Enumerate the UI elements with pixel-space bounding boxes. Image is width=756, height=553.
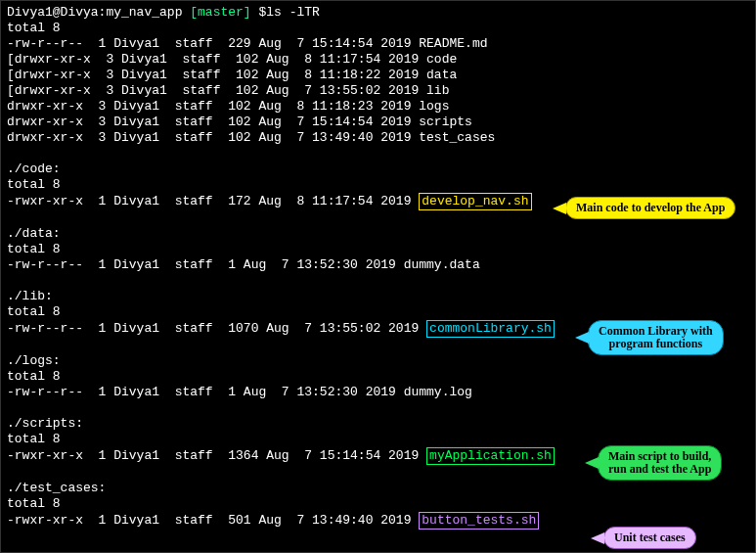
prompt-command: $ls -lTR — [258, 5, 319, 20]
callout-main-code: Main code to develop the App — [565, 197, 735, 219]
root-row: drwxr-xr-x 3 Divya1 staff 102 Aug 7 15:1… — [7, 115, 749, 130]
dir-path: ./test_cases: — [7, 481, 749, 496]
dir-total: total 8 — [7, 496, 749, 512]
dir-path: ./logs: — [7, 353, 749, 369]
highlight-common-library: commonLibrary.sh — [426, 320, 555, 338]
root-row: -rw-r--r-- 1 Divya1 staff 229 Aug 7 15:1… — [7, 36, 749, 52]
file-meta: -rwxr-xr-x 1 Divya1 staff 1364 Aug 7 15:… — [7, 448, 426, 463]
dir-total: total 8 — [7, 242, 749, 257]
highlight-button-tests: button_tests.sh — [419, 512, 539, 530]
highlight-develop-nav: develop_nav.sh — [419, 193, 531, 210]
dir-row: -rw-r--r-- 1 Divya1 staff 1 Aug 7 13:52:… — [7, 385, 749, 400]
dir-path: ./data: — [7, 226, 749, 242]
root-total: total 8 — [7, 21, 749, 36]
prompt-branch: [master] — [190, 5, 250, 20]
prompt-line: Divya1@Divya:my_nav_app [master] $ls -lT… — [7, 5, 749, 21]
prompt-user: Divya1@Divya:my_nav_app — [7, 5, 182, 20]
file-meta: -rwxr-xr-x 1 Divya1 staff 172 Aug 8 11:1… — [7, 194, 419, 208]
callout-main-script: Main script to build,run and test the Ap… — [598, 445, 722, 481]
dir-path: ./lib: — [7, 289, 749, 304]
dir-total: total 8 — [7, 177, 749, 193]
root-row: [drwxr-xr-x 3 Divya1 staff 102 Aug 8 11:… — [7, 68, 749, 83]
highlight-my-application: myApplication.sh — [426, 447, 555, 465]
root-row: [drwxr-xr-x 3 Divya1 staff 102 Aug 7 13:… — [7, 83, 749, 99]
file-meta: -rwxr-xr-x 1 Divya1 staff 501 Aug 7 13:4… — [7, 513, 419, 528]
root-row: [drwxr-xr-x 3 Divya1 staff 102 Aug 8 11:… — [7, 52, 749, 68]
callout-common-library: Common Library withprogram functions — [588, 320, 724, 355]
file-meta: -rw-r--r-- 1 Divya1 staff 1070 Aug 7 13:… — [7, 321, 426, 336]
blank — [7, 146, 749, 161]
blank — [7, 273, 749, 289]
dir-total: total 8 — [7, 369, 749, 385]
dir-row: -rw-r--r-- 1 Divya1 staff 1 Aug 7 13:52:… — [7, 257, 749, 273]
dir-path: ./code: — [7, 161, 749, 177]
blank — [7, 400, 749, 416]
root-row: drwxr-xr-x 3 Divya1 staff 102 Aug 7 13:4… — [7, 130, 749, 146]
root-row: drwxr-xr-x 3 Divya1 staff 102 Aug 8 11:1… — [7, 99, 749, 115]
dir-total: total 8 — [7, 304, 749, 320]
dir-path: ./scripts: — [7, 416, 749, 432]
callout-unit-tests: Unit test cases — [603, 527, 696, 549]
